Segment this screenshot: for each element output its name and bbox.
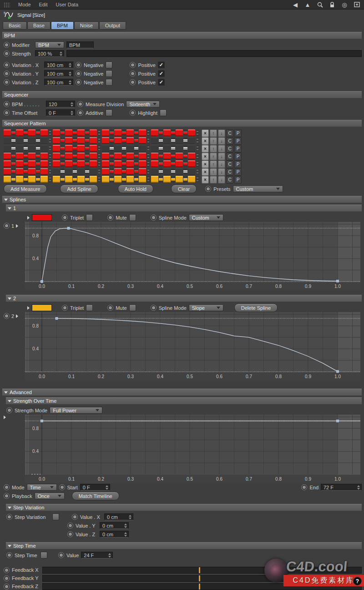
pattern-cell[interactable] <box>122 168 126 175</box>
auto-hold-button[interactable]: Auto Hold <box>118 185 153 193</box>
pattern-cell[interactable] <box>85 145 89 152</box>
pattern-cell[interactable] <box>28 176 35 183</box>
pattern-cell[interactable] <box>183 176 187 183</box>
pattern-cell[interactable] <box>134 153 138 159</box>
spinner-arrows-icon[interactable] <box>69 79 71 85</box>
pattern-cell[interactable] <box>16 168 23 175</box>
new-panel-icon[interactable] <box>353 1 360 8</box>
paste-row-button[interactable]: P <box>234 153 242 160</box>
pattern-cell[interactable] <box>159 145 163 152</box>
pattern-cell[interactable] <box>122 145 126 152</box>
copy-row-button[interactable]: C <box>226 153 233 160</box>
pattern-cell[interactable] <box>24 145 28 152</box>
clear-button[interactable]: Clear <box>171 185 197 193</box>
pattern-cell[interactable] <box>16 145 23 152</box>
presets-keyframe-radio[interactable] <box>205 186 211 192</box>
negative-keyframe-radio[interactable] <box>76 79 81 85</box>
pattern-cell[interactable] <box>28 137 35 144</box>
pattern-cell[interactable] <box>139 160 146 167</box>
copy-row-button[interactable]: C <box>226 145 233 153</box>
pattern-cell[interactable] <box>176 168 183 175</box>
strength-spinner[interactable]: 100 % <box>35 50 64 57</box>
value-y-spinner[interactable]: 0 cm <box>100 522 129 529</box>
section-header-bpm[interactable]: BPM <box>2 32 362 39</box>
menu-edit[interactable]: Edit <box>39 2 48 7</box>
pattern-cell[interactable] <box>188 129 195 136</box>
pattern-cell[interactable] <box>114 129 121 136</box>
pattern-cell[interactable] <box>73 145 77 152</box>
pattern-cell[interactable] <box>139 145 146 152</box>
pattern-cell[interactable] <box>159 137 163 144</box>
pattern-cell[interactable] <box>134 145 138 152</box>
tab-base[interactable]: Base <box>27 21 51 30</box>
step-time-value-spinner[interactable]: 24 F <box>81 552 113 559</box>
section-header-strength-over-time[interactable]: Strength Over Time <box>6 397 362 405</box>
pattern-cell[interactable] <box>114 153 121 159</box>
pattern-cell[interactable] <box>73 168 77 175</box>
pattern-cell[interactable] <box>24 137 28 144</box>
pattern-cell[interactable] <box>183 168 187 175</box>
expand-arrow-icon[interactable] <box>27 216 30 220</box>
pattern-cell[interactable] <box>65 137 72 144</box>
pattern-cell[interactable] <box>65 176 72 183</box>
step-variation-keyframe-radio[interactable] <box>6 514 12 520</box>
pattern-cell[interactable] <box>36 176 40 183</box>
fill-bottom-button[interactable]: ↓ <box>218 160 225 168</box>
spline-mode-dropdown[interactable]: Slope <box>189 304 223 311</box>
pattern-cell[interactable] <box>4 168 11 175</box>
pattern-cell[interactable] <box>61 168 65 175</box>
spinner-arrows-icon[interactable] <box>124 523 127 528</box>
feedback-x-keyframe-radio[interactable] <box>4 567 10 573</box>
pattern-cell[interactable] <box>122 153 126 159</box>
presets-dropdown[interactable]: Custom <box>233 185 283 192</box>
pattern-cell[interactable] <box>4 153 11 159</box>
fill-top-button[interactable]: ↑ <box>210 145 217 153</box>
variation-z-spinner[interactable]: 100 cm <box>44 79 73 86</box>
pattern-cell[interactable] <box>126 160 134 167</box>
mute-keyframe-radio[interactable] <box>107 215 113 221</box>
modifier-dropdown[interactable]: BPM <box>35 41 64 48</box>
pattern-cell[interactable] <box>159 160 163 167</box>
clear-row-button[interactable]: × <box>202 137 209 145</box>
pattern-cell[interactable] <box>85 137 89 144</box>
value-x-keyframe-radio[interactable] <box>72 514 78 520</box>
pattern-cell[interactable] <box>4 176 11 183</box>
playback-dropdown[interactable]: Once <box>35 493 65 499</box>
pattern-cell[interactable] <box>53 129 60 136</box>
pattern-cell[interactable] <box>126 129 134 136</box>
pattern-cell[interactable] <box>11 137 15 144</box>
additive-keyframe-radio[interactable] <box>77 110 83 116</box>
fill-bottom-button[interactable]: ↓ <box>218 153 225 160</box>
spinner-arrows-icon[interactable] <box>69 71 71 77</box>
pattern-cell[interactable] <box>159 168 163 175</box>
triplet-keyframe-radio[interactable] <box>62 305 68 311</box>
pattern-cell[interactable] <box>151 160 158 167</box>
spinner-arrows-icon[interactable] <box>60 51 62 56</box>
search-icon[interactable] <box>316 1 324 8</box>
pattern-cell[interactable] <box>36 153 40 159</box>
pattern-cell[interactable] <box>53 137 60 144</box>
clear-row-button[interactable]: × <box>202 168 209 176</box>
pattern-cell[interactable] <box>90 160 97 167</box>
strength-slider[interactable] <box>66 50 362 57</box>
pattern-cell[interactable] <box>36 168 40 175</box>
strength-curve-editor[interactable]: 0.80.40.00.10.20.30.40.50.60.70.80.91.0 <box>25 415 360 483</box>
pattern-cell[interactable] <box>102 129 109 136</box>
spline-mode-keyframe-radio[interactable] <box>151 215 157 221</box>
pattern-cell[interactable] <box>163 145 171 152</box>
back-arrow-icon[interactable]: ◀ <box>292 1 299 8</box>
pattern-cell[interactable] <box>151 137 158 144</box>
measure-division-keyframe-radio[interactable] <box>77 101 83 107</box>
expand-arrow-icon[interactable] <box>4 416 6 419</box>
pattern-cell[interactable] <box>188 160 195 167</box>
pattern-cell[interactable] <box>61 176 65 183</box>
pattern-cell[interactable] <box>126 153 134 159</box>
drag-grip-icon[interactable] <box>4 2 10 7</box>
pattern-cell[interactable] <box>16 137 23 144</box>
pattern-cell[interactable] <box>28 129 35 136</box>
pattern-cell[interactable] <box>110 153 114 159</box>
mode-keyframe-radio[interactable] <box>4 484 10 490</box>
pattern-cell[interactable] <box>176 153 183 159</box>
pattern-cell[interactable] <box>102 176 109 183</box>
spinner-arrows-icon[interactable] <box>71 110 73 116</box>
